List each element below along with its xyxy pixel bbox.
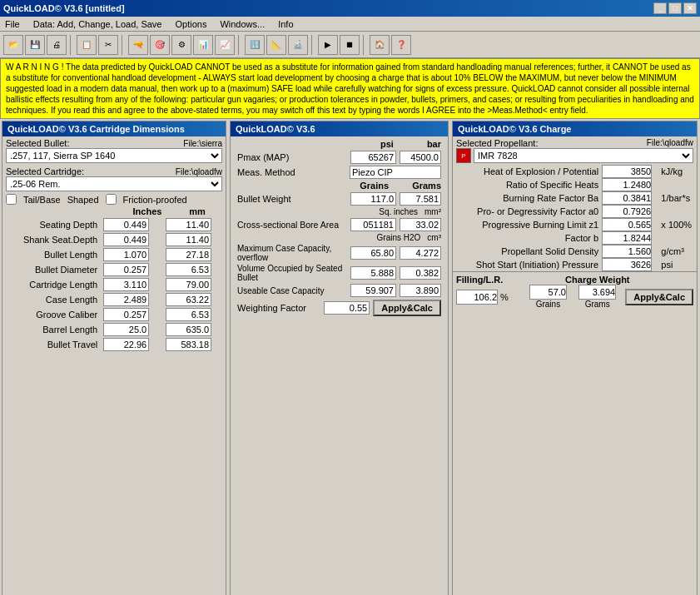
toolbar-btn-3[interactable]: 🖨 [47, 35, 67, 55]
dim-mm-cell[interactable] [163, 307, 226, 322]
pmax-psi-input[interactable] [350, 151, 396, 164]
toolbar-btn-9[interactable]: 📊 [193, 35, 213, 55]
bullet-weight-grains[interactable] [350, 192, 396, 206]
apply-calc-center[interactable]: Apply&Calc [373, 300, 441, 316]
dim-inches-input[interactable] [103, 233, 149, 246]
toolbar-btn-16[interactable]: 🏠 [370, 35, 390, 55]
dim-inches-input[interactable] [103, 263, 149, 276]
dim-mm-input[interactable] [166, 293, 211, 306]
toolbar-btn-1[interactable]: 📂 [3, 35, 23, 55]
charge-field-input[interactable] [602, 205, 652, 218]
dim-inches-cell[interactable] [101, 217, 163, 232]
dim-mm-input[interactable] [166, 278, 211, 291]
dim-mm-input[interactable] [166, 338, 211, 351]
toolbar-btn-10[interactable]: 📈 [215, 35, 235, 55]
charge-field-val-cell[interactable] [602, 165, 659, 178]
dim-inches-input[interactable] [103, 323, 149, 336]
toolbar-btn-5[interactable]: ✂ [98, 35, 118, 55]
toolbar-btn-4[interactable]: 📋 [77, 35, 97, 55]
useable-val1[interactable] [350, 284, 396, 297]
dim-inches-input[interactable] [103, 248, 149, 261]
charge-field-input[interactable] [602, 178, 652, 191]
charge-field-val-cell[interactable] [602, 178, 659, 191]
maximize-button[interactable]: □ [668, 2, 682, 14]
toolbar-btn-17[interactable]: ❓ [391, 35, 411, 55]
charge-field-input[interactable] [602, 231, 652, 245]
apply-calc-charge[interactable]: Apply&Calc [625, 289, 693, 305]
dim-inches-cell[interactable] [101, 277, 163, 292]
useable-val2[interactable] [400, 284, 441, 297]
dim-inches-input[interactable] [103, 308, 149, 321]
dim-inches-cell[interactable] [101, 247, 163, 262]
charge-field-val-cell[interactable] [602, 245, 659, 258]
charge-field-val-cell[interactable] [602, 231, 659, 245]
charge-grains-input[interactable] [529, 285, 567, 300]
menu-options[interactable]: Options [173, 19, 208, 29]
close-button[interactable]: ✕ [683, 2, 697, 14]
max-case-grains[interactable] [350, 246, 396, 260]
charge-field-val-cell[interactable] [602, 258, 659, 271]
toolbar-btn-6[interactable]: 🔫 [128, 35, 148, 55]
vol-occ-val2[interactable] [400, 266, 441, 280]
vol-occ-val1[interactable] [350, 266, 396, 280]
dim-inches-cell[interactable] [101, 262, 163, 277]
charge-field-input[interactable] [602, 258, 652, 271]
charge-field-val-cell[interactable] [602, 191, 659, 205]
friction-proofed-checkbox[interactable] [106, 194, 117, 205]
menu-windows[interactable]: Windows... [218, 19, 266, 29]
meas-method-input[interactable] [350, 166, 441, 179]
tail-base-checkbox[interactable] [6, 194, 17, 205]
toolbar-btn-12[interactable]: 📐 [266, 35, 286, 55]
dim-mm-cell[interactable] [163, 277, 226, 292]
toolbar-btn-7[interactable]: 🎯 [150, 35, 170, 55]
toolbar-btn-13[interactable]: 🔬 [288, 35, 308, 55]
dim-inches-input[interactable] [103, 338, 149, 351]
dim-mm-input[interactable] [166, 323, 211, 336]
dim-mm-cell[interactable] [163, 292, 226, 307]
dim-inches-cell[interactable] [101, 232, 163, 247]
minimize-button[interactable]: _ [653, 2, 667, 14]
pmax-bar-input[interactable] [400, 151, 441, 164]
charge-field-val-cell[interactable] [602, 205, 659, 218]
weighting-input[interactable] [324, 301, 370, 315]
toolbar-btn-8[interactable]: ⚙ [171, 35, 191, 55]
charge-field-input[interactable] [602, 165, 652, 178]
dim-mm-cell[interactable] [163, 262, 226, 277]
dim-mm-input[interactable] [166, 218, 211, 231]
max-case-cm3[interactable] [400, 246, 441, 260]
charge-field-input[interactable] [602, 245, 652, 258]
toolbar-btn-14[interactable]: ▶ [318, 35, 338, 55]
dim-mm-cell[interactable] [163, 217, 226, 232]
filling-value[interactable] [456, 290, 498, 305]
charge-field-val-cell[interactable] [602, 218, 659, 231]
dim-inches-input[interactable] [103, 278, 149, 291]
charge-grams-input[interactable] [578, 285, 616, 300]
charge-field-input[interactable] [602, 218, 652, 231]
dim-inches-input[interactable] [103, 293, 149, 306]
cross-bore-sqin[interactable] [350, 218, 396, 231]
dim-mm-cell[interactable] [163, 322, 226, 337]
cross-bore-mm2[interactable] [400, 218, 441, 231]
propellant-select[interactable]: IMR 7828 [474, 148, 693, 163]
dim-mm-cell[interactable] [163, 247, 226, 262]
cartridge-select[interactable]: .25-06 Rem. [6, 176, 222, 191]
dim-inches-cell[interactable] [101, 307, 163, 322]
dim-mm-input[interactable] [166, 263, 211, 276]
dim-inches-cell[interactable] [101, 337, 163, 352]
dim-inches-input[interactable] [103, 218, 149, 231]
toolbar-btn-11[interactable]: 🔢 [245, 35, 265, 55]
bullet-weight-grams[interactable] [400, 192, 441, 206]
dim-mm-input[interactable] [166, 308, 211, 321]
dim-inches-cell[interactable] [101, 322, 163, 337]
menu-data[interactable]: Data: Add, Change, Load, Save [32, 19, 164, 29]
toolbar-btn-15[interactable]: ⏹ [340, 35, 360, 55]
dim-mm-cell[interactable] [163, 232, 226, 247]
menu-info[interactable]: Info [276, 19, 295, 29]
bullet-select[interactable]: .257, 117, Sierra SP 1640 [6, 148, 222, 163]
charge-field-input[interactable] [602, 191, 652, 205]
dim-inches-cell[interactable] [101, 292, 163, 307]
toolbar-btn-2[interactable]: 💾 [25, 35, 45, 55]
dim-mm-cell[interactable] [163, 337, 226, 352]
dim-mm-input[interactable] [166, 233, 211, 246]
dim-mm-input[interactable] [166, 248, 211, 261]
